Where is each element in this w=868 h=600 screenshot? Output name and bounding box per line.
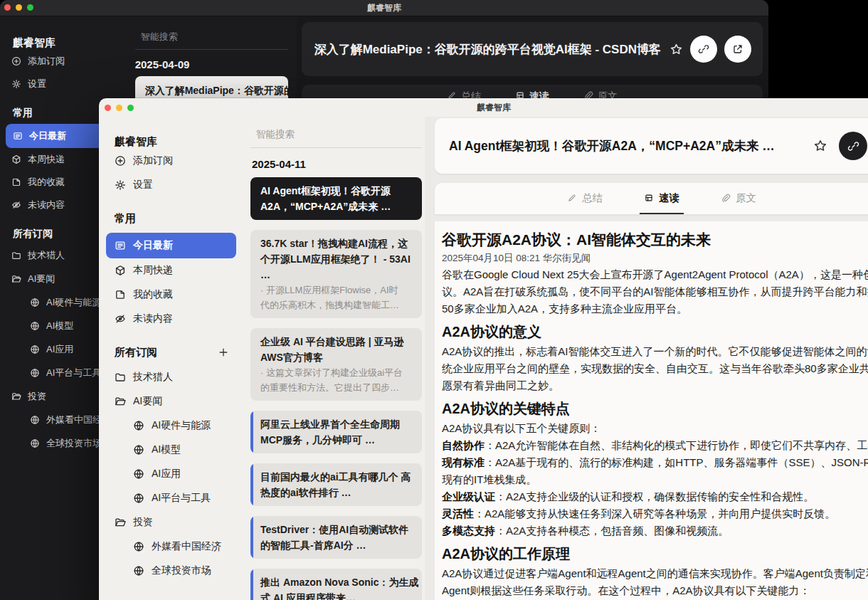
globe-icon <box>30 368 40 378</box>
article-card[interactable]: 企业级 AI 平台建设思路 | 亚马逊 AWS官方博客 · 这篇文章探讨了构建企… <box>250 328 422 401</box>
reader-header: AI Agent框架初现！谷歌开源A2A，“MCP+A2A”成未来 … <box>435 118 868 174</box>
front-titlebar: 麒睿智库 <box>99 98 868 117</box>
star-icon[interactable] <box>669 43 683 56</box>
feed-item[interactable]: 外媒看中国经济 <box>115 535 242 559</box>
sidebar-item-weekly[interactable]: 本周快递 <box>115 258 242 283</box>
sidebar-item-settings[interactable]: 设置 <box>11 73 122 95</box>
divider <box>250 147 422 148</box>
article-heading: 谷歌开源A2A协议：AI智能体交互的未来 <box>442 230 868 250</box>
eye-off-icon <box>11 200 21 210</box>
globe-icon <box>133 444 144 456</box>
newspaper-icon <box>115 240 126 251</box>
save-icon <box>11 177 21 187</box>
front-sidebar: 麒睿智库 添加订阅 设置 常用 今日最新 本周快递 我的收藏 <box>99 117 242 600</box>
plus-icon[interactable] <box>218 347 229 358</box>
section-heading: A2A协议的意义 <box>442 323 868 340</box>
eye-off-icon <box>115 313 126 325</box>
globe-icon <box>30 344 40 354</box>
sidebar-item-add-subscription[interactable]: 添加订阅 <box>11 50 122 73</box>
back-titlebar: 麒睿智库 <box>0 0 768 16</box>
newspaper-icon <box>13 131 23 141</box>
folder-icon <box>11 251 21 260</box>
folder-open-icon <box>115 517 126 528</box>
close-button[interactable] <box>4 4 11 11</box>
article-card-selected[interactable]: AI Agent框架初现！谷歌开源 A2A，“MCP+A2A”成未来 … <box>250 177 422 220</box>
star-icon[interactable] <box>813 139 827 153</box>
window-title: 麒睿智库 <box>477 102 511 114</box>
article-card-unread[interactable]: 目前国内最火的ai工具有哪几个 高 热度的ai软件排行 … <box>250 463 422 506</box>
package-box-icon <box>11 154 21 164</box>
feed-group-ai-news[interactable]: AI要闻 <box>115 389 242 414</box>
globe-icon <box>30 438 40 448</box>
sidebar-item-favorites[interactable]: 我的收藏 <box>115 283 242 307</box>
front-traffic-lights <box>105 105 134 111</box>
search-input[interactable]: 智能搜索 <box>256 128 422 141</box>
folder-open-icon <box>11 274 21 284</box>
copy-link-button[interactable] <box>839 132 867 160</box>
globe-icon <box>30 298 40 307</box>
reader-icon <box>644 193 654 203</box>
article-content: 谷歌开源A2A协议：AI智能体交互的未来 2025年04月10日 08:21 华… <box>435 221 868 600</box>
reader-title: 深入了解MediaPipe：谷歌开源的跨平台视觉AI框架 - CSDN博客 <box>314 41 661 58</box>
feed-item[interactable]: AI硬件与能源 <box>115 414 242 438</box>
reader-tabs: 总结 速读 原文 <box>435 183 868 214</box>
pen-icon <box>567 193 577 203</box>
feed-group-tech[interactable]: 技术猎人 <box>115 365 242 389</box>
tab-quick-read[interactable]: 速读 <box>640 183 684 214</box>
copy-link-button[interactable] <box>690 36 717 63</box>
tab-original[interactable]: 原文 <box>716 183 761 214</box>
article-meta: 2025年04月10日 08:21 华尔街见闻 <box>442 252 868 265</box>
window-title: 麒睿智库 <box>367 2 401 14</box>
app-title: 麒睿智库 <box>13 36 122 50</box>
front-article-list: 智能搜索 2025-04-11 AI Agent框架初现！谷歌开源 A2A，“M… <box>242 117 425 600</box>
zoom-button[interactable] <box>27 4 33 11</box>
divider <box>135 49 288 50</box>
link-icon <box>847 140 859 152</box>
list-date: 2025-04-11 <box>252 158 422 170</box>
sidebar-item-add-subscription[interactable]: 添加订阅 <box>115 149 242 173</box>
feed-item[interactable]: AI模型 <box>115 438 242 462</box>
paperclip-icon <box>721 193 731 203</box>
feed-group-invest[interactable]: 投资 <box>115 510 242 535</box>
plus-circle-icon <box>115 155 126 167</box>
globe-icon <box>133 493 144 504</box>
close-button[interactable] <box>105 105 111 111</box>
plus-circle-icon <box>11 56 21 66</box>
reader-title: AI Agent框架初现！谷歌开源A2A，“MCP+A2A”成未来 … <box>449 137 803 154</box>
article-card-unread[interactable]: TestDriver：使用AI自动测试软件 的智能工具-首席AI分 … <box>250 516 422 559</box>
minimize-button[interactable] <box>116 105 122 111</box>
list-date: 2025-04-09 <box>135 58 288 70</box>
open-external-button[interactable] <box>724 36 751 63</box>
foreground-window: 麒睿智库 麒睿智库 添加订阅 设置 常用 今日最新 本周快递 <box>99 98 868 600</box>
sidebar-item-today[interactable]: 今日最新 <box>106 233 236 258</box>
feed-item[interactable]: AI平台与工具 <box>115 486 242 510</box>
globe-icon <box>133 468 144 480</box>
folder-icon <box>115 372 126 383</box>
section-all-subscriptions: 所有订阅 <box>115 345 242 359</box>
globe-icon <box>30 415 40 425</box>
feed-item[interactable]: 全球投资市场 <box>115 559 242 583</box>
folder-open-icon <box>115 396 126 407</box>
minimize-button[interactable] <box>16 4 22 11</box>
article-card-unread[interactable]: 阿里云上线业界首个全生命周期 MCP服务，几分钟即可 … <box>250 411 422 453</box>
tab-summary[interactable]: 总结 <box>563 183 607 214</box>
article-card-unread[interactable]: 推出 Amazon Nova Sonic：为生成 式 AI 应用程序带来… <box>250 569 422 600</box>
zoom-button[interactable] <box>127 105 134 111</box>
folder-open-icon <box>11 391 21 401</box>
globe-icon <box>133 565 144 577</box>
save-icon <box>115 289 126 300</box>
reader-header: 深入了解MediaPipe：谷歌开源的跨平台视觉AI框架 - CSDN博客 <box>302 22 763 76</box>
section-common: 常用 <box>115 211 242 226</box>
search-input[interactable]: 智能搜索 <box>141 31 288 43</box>
back-traffic-lights <box>4 4 33 11</box>
globe-icon <box>30 321 40 331</box>
article-card[interactable]: 36.7K star！拖拽构建AI流程，这 个开源LLM应用框架绝了！ - 53… <box>250 230 422 318</box>
link-icon <box>698 43 709 55</box>
sidebar-item-unread[interactable]: 未读内容 <box>115 307 242 331</box>
section-heading: A2A协议的工作原理 <box>442 545 868 562</box>
gear-icon <box>11 79 21 89</box>
external-link-icon <box>732 43 743 55</box>
sidebar-item-settings[interactable]: 设置 <box>115 173 242 197</box>
feed-item[interactable]: AI应用 <box>115 462 242 486</box>
section-heading: A2A协议的关键特点 <box>442 400 868 417</box>
